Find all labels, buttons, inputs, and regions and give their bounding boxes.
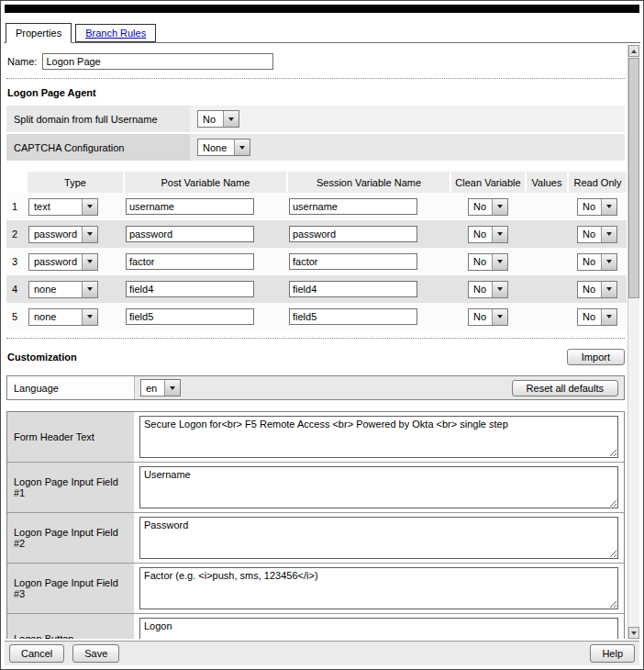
read-only-select[interactable]: No: [577, 281, 617, 298]
dropdown-arrow-icon: [82, 309, 97, 325]
captcha-label: CAPTCHA Configuration: [6, 134, 190, 161]
import-button[interactable]: Import: [567, 349, 625, 365]
name-label: Name:: [7, 56, 37, 67]
post-variable-input[interactable]: [126, 253, 254, 270]
window-titlebar: [5, 5, 639, 13]
customization-section-heading: Customization: [7, 352, 77, 363]
clean-variable-select[interactable]: No: [468, 281, 508, 298]
type-select[interactable]: password: [28, 253, 98, 271]
session-variable-input[interactable]: [289, 226, 417, 242]
clean-variable-select[interactable]: No: [468, 198, 508, 216]
session-variable-input[interactable]: [289, 281, 417, 297]
reset-all-defaults-button[interactable]: Reset all defaults: [512, 380, 618, 396]
captcha-value: None: [198, 142, 234, 153]
captcha-select[interactable]: None: [197, 139, 250, 156]
logon-button-textarea[interactable]: Logon: [139, 618, 618, 639]
dropdown-arrow-icon: [601, 199, 616, 215]
read-only-select[interactable]: No: [577, 198, 617, 216]
type-select[interactable]: none: [28, 308, 98, 326]
table-row: 1 text No No: [6, 193, 627, 220]
clean-variable-select[interactable]: No: [468, 253, 508, 271]
table-row: 5 none No No: [6, 303, 627, 330]
values-cell: [526, 303, 568, 330]
dropdown-arrow-icon: [492, 199, 507, 215]
table-row: 2 password No No: [6, 220, 627, 248]
form-header-textarea[interactable]: Secure Logon for<br> F5 Remote Access <b…: [139, 416, 618, 458]
values-cell: [526, 248, 568, 275]
captcha-row: CAPTCHA Configuration None: [6, 134, 625, 161]
type-select[interactable]: text: [28, 198, 98, 216]
footer-bar: Cancel Save Help: [5, 641, 639, 665]
row-number: 5: [6, 303, 27, 330]
help-button[interactable]: Help: [590, 644, 635, 663]
name-row: Name:: [7, 53, 625, 70]
tab-properties[interactable]: Properties: [6, 23, 72, 43]
dropdown-arrow-icon: [223, 111, 239, 127]
clean-variable-select[interactable]: No: [468, 308, 508, 326]
post-variable-input[interactable]: [126, 308, 254, 325]
dropdown-arrow-icon: [82, 282, 97, 297]
input-field-3-label: Logon Page Input Field #3: [7, 564, 134, 613]
input-field-3-textarea[interactable]: Factor (e.g. <i>push, sms, 123456</i>): [139, 567, 618, 609]
session-variable-input[interactable]: [289, 308, 417, 325]
dropdown-arrow-icon: [82, 227, 97, 242]
post-variable-input[interactable]: [126, 281, 254, 297]
language-select[interactable]: en: [140, 379, 181, 396]
dropdown-arrow-icon: [492, 254, 507, 270]
scroll-up-button[interactable]: [628, 45, 639, 57]
form-header-row: Form Header Text Secure Logon for<br> F5…: [7, 412, 624, 463]
split-domain-row: Split domain from full Username No: [6, 106, 625, 132]
dotted-separator: [6, 78, 625, 79]
dotted-separator: [6, 338, 625, 339]
type-select[interactable]: none: [28, 281, 98, 298]
row-number: 2: [6, 220, 27, 248]
col-values: Values: [526, 172, 568, 193]
up-arrow-icon: [631, 50, 637, 53]
col-session-variable: Session Variable Name: [287, 172, 450, 193]
dropdown-arrow-icon: [492, 309, 507, 325]
type-select[interactable]: password: [28, 226, 98, 243]
dropdown-arrow-icon: [601, 309, 616, 325]
variables-table-header: Type Post Variable Name Session Variable…: [6, 172, 627, 193]
scroll-down-button[interactable]: [628, 627, 639, 639]
input-field-2-textarea[interactable]: Password: [139, 517, 618, 559]
col-read-only: Read Only: [568, 172, 627, 193]
properties-window: Properties Branch Rules Name: Logon Page…: [0, 0, 644, 670]
input-field-1-textarea[interactable]: Username: [139, 466, 618, 508]
name-input[interactable]: [42, 53, 273, 70]
read-only-select[interactable]: No: [577, 308, 617, 326]
dropdown-arrow-icon: [492, 227, 507, 242]
input-field-1-label: Logon Page Input Field #1: [7, 463, 134, 512]
agent-settings: Split domain from full Username No CAPTC…: [6, 106, 625, 161]
properties-panel: Name: Logon Page Agent Split domain from…: [5, 45, 627, 639]
dropdown-arrow-icon: [601, 254, 616, 270]
input-field-2-label: Logon Page Input Field #2: [7, 513, 134, 563]
scrollbar-thumb[interactable]: [628, 58, 639, 298]
post-variable-input[interactable]: [126, 198, 254, 215]
session-variable-input[interactable]: [289, 253, 417, 270]
values-cell: [526, 275, 568, 303]
form-header-label: Form Header Text: [7, 412, 134, 462]
split-domain-label: Split domain from full Username: [6, 106, 190, 132]
input-field-3-row: Logon Page Input Field #3 Factor (e.g. <…: [7, 564, 624, 614]
tab-branch-rules[interactable]: Branch Rules: [75, 24, 156, 42]
table-row: 3 password No No: [6, 248, 627, 275]
customization-table: Form Header Text Secure Logon for<br> F5…: [6, 411, 625, 639]
post-variable-input[interactable]: [126, 226, 254, 242]
session-variable-input[interactable]: [289, 198, 417, 215]
read-only-select[interactable]: No: [577, 253, 617, 271]
save-button[interactable]: Save: [72, 644, 119, 663]
clean-variable-select[interactable]: No: [468, 226, 508, 243]
col-post-variable: Post Variable Name: [124, 172, 287, 193]
split-domain-select[interactable]: No: [197, 110, 239, 128]
tab-bar: Properties Branch Rules: [4, 13, 640, 43]
language-label: Language: [7, 376, 134, 399]
scrollbar[interactable]: [627, 45, 639, 639]
dropdown-arrow-icon: [492, 282, 507, 297]
cancel-button[interactable]: Cancel: [9, 644, 64, 663]
split-domain-value: No: [198, 114, 223, 125]
values-cell: [526, 220, 568, 248]
read-only-select[interactable]: No: [577, 226, 617, 243]
dropdown-arrow-icon: [164, 380, 180, 396]
agent-section-heading: Logon Page Agent: [7, 87, 625, 98]
